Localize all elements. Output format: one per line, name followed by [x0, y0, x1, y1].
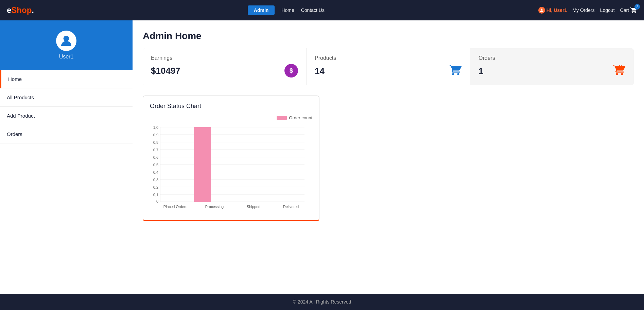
order-status-chart: 1,0 0,9 0,8 0,7 0,6 0,5 0,4 0,3 0,2 0,1 …	[150, 124, 306, 212]
logout-link[interactable]: Logout	[600, 7, 615, 13]
header: eShop. Admin Home Contact Us Hi, User1 M…	[0, 0, 644, 20]
sidebar-username: User1	[59, 54, 74, 60]
products-label: Products	[315, 55, 462, 61]
svg-text:0,3: 0,3	[153, 178, 158, 182]
svg-point-1	[64, 36, 69, 41]
svg-text:Processing: Processing	[205, 205, 224, 209]
svg-text:1,0: 1,0	[153, 125, 158, 130]
earnings-card: Earnings $10497 $	[143, 48, 306, 85]
header-center: Admin Home Contact Us	[248, 5, 325, 15]
stats-row: Earnings $10497 $ Products 14	[143, 48, 634, 85]
svg-text:0,6: 0,6	[153, 155, 158, 159]
user-icon	[538, 7, 545, 14]
svg-text:0: 0	[156, 199, 158, 203]
bar-processing	[194, 127, 211, 202]
my-orders-link[interactable]: My Orders	[572, 7, 594, 13]
orders-value: 1	[478, 66, 483, 76]
earnings-value-row: $10497 $	[151, 64, 298, 78]
footer-text: © 2024 All Rights Reserved	[293, 299, 351, 305]
svg-text:0,8: 0,8	[153, 140, 158, 144]
hi-user[interactable]: Hi, User1	[538, 7, 567, 14]
svg-text:0,4: 0,4	[153, 170, 158, 174]
orders-card: Orders 1	[470, 48, 634, 85]
nav-home[interactable]: Home	[281, 7, 294, 13]
sidebar-item-add-product-label: Add Product	[7, 113, 35, 119]
logo-dot: .	[32, 5, 34, 15]
avatar-icon	[59, 34, 73, 48]
admin-button[interactable]: Admin	[248, 5, 275, 15]
cart-count: 2	[634, 4, 640, 10]
header-nav: Home Contact Us	[281, 7, 325, 13]
earnings-value: $10497	[151, 66, 180, 76]
sidebar-item-all-products[interactable]: All Products	[0, 88, 133, 107]
logo-e: e	[7, 5, 11, 15]
sidebar: User1 Home All Products Add Product Orde…	[0, 20, 133, 294]
nav-contact[interactable]: Contact Us	[301, 7, 325, 13]
svg-text:Delivered: Delivered	[283, 205, 299, 209]
svg-text:0,9: 0,9	[153, 133, 158, 137]
orders-value-row: 1	[478, 64, 626, 79]
sidebar-item-home-label: Home	[8, 76, 22, 82]
sidebar-item-orders[interactable]: Orders	[0, 125, 133, 143]
cart-button[interactable]: Cart 2	[620, 7, 637, 14]
svg-text:Shipped: Shipped	[247, 205, 260, 209]
svg-point-0	[541, 8, 542, 10]
chart-title: Order Status Chart	[150, 103, 312, 110]
products-value-row: 14	[315, 64, 462, 79]
hi-user-text: Hi, User1	[546, 7, 567, 13]
sidebar-user-section: User1	[0, 20, 133, 70]
legend-color-swatch	[277, 116, 287, 120]
legend-label: Order count	[289, 115, 312, 120]
products-value: 14	[315, 66, 325, 76]
svg-text:Placed Orders: Placed Orders	[163, 205, 188, 209]
avatar	[56, 31, 76, 51]
orders-icon	[613, 64, 626, 79]
svg-text:0,5: 0,5	[153, 163, 158, 167]
chart-legend: Order count	[150, 115, 312, 120]
header-right: Hi, User1 My Orders Logout Cart 2	[538, 7, 637, 14]
products-card: Products 14	[306, 48, 470, 85]
main-content: Admin Home Earnings $10497 $ Products 14	[133, 20, 644, 294]
logo[interactable]: eShop.	[7, 5, 34, 15]
cart-label: Cart	[620, 7, 629, 13]
svg-text:0,2: 0,2	[153, 185, 158, 189]
sidebar-nav: Home All Products Add Product Orders	[0, 70, 133, 294]
earnings-label: Earnings	[151, 55, 298, 61]
sidebar-item-all-products-label: All Products	[7, 94, 34, 100]
logo-shop: Shop	[11, 5, 32, 15]
main-layout: User1 Home All Products Add Product Orde…	[0, 20, 644, 294]
sidebar-item-add-product[interactable]: Add Product	[0, 107, 133, 125]
footer: © 2024 All Rights Reserved	[0, 294, 644, 310]
svg-text:0,7: 0,7	[153, 148, 158, 152]
orders-label: Orders	[478, 55, 626, 61]
shopping-cart-icon	[450, 64, 462, 79]
earnings-icon: $	[284, 64, 298, 78]
page-title: Admin Home	[143, 31, 634, 41]
sidebar-item-home[interactable]: Home	[0, 70, 133, 88]
chart-container: Order Status Chart Order count 1,0 0,9 0…	[143, 96, 319, 221]
sidebar-item-orders-label: Orders	[7, 131, 22, 137]
svg-text:0,1: 0,1	[153, 193, 158, 197]
